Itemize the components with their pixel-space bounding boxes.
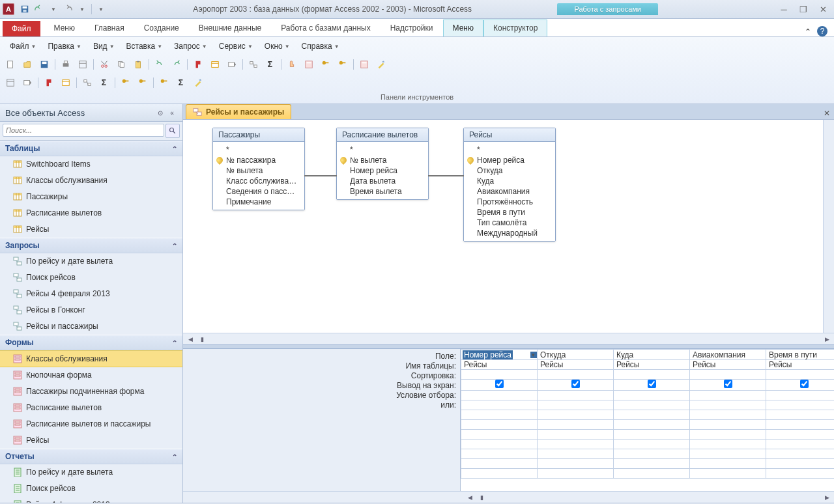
nav-item[interactable]: Рейсы в Гонконг [0,302,182,318]
ribbon-tab[interactable]: Создание [134,20,189,36]
ribbon-tab[interactable]: Работа с базами данных [271,20,380,36]
grid-cell[interactable] [614,469,690,479]
grid-columns[interactable]: Номер рейса▾ОткудаКудаАвиакомпанияВремя … [461,349,834,491]
entity-field[interactable]: Сведения о пассажире [213,186,304,197]
grid-cell[interactable] [538,430,614,440]
nav-item[interactable]: Поиск рейсов [0,481,182,497]
grid-cell[interactable] [538,370,614,380]
redo-icon[interactable] [61,3,74,16]
relationship-line[interactable] [304,175,337,176]
grid-cell[interactable] [766,430,835,440]
relationship-line[interactable] [428,175,464,176]
entity-header[interactable]: Расписание вылетов [337,128,428,142]
grid-scroll-bar-icon[interactable]: ▮ [477,493,486,502]
grid-cell[interactable] [461,400,538,410]
entity-field[interactable]: № вылета [213,165,304,176]
sigma-icon[interactable]: Σ [96,75,112,91]
nav-item[interactable]: По рейсу и дате вылета [0,253,182,270]
grid-cell[interactable]: Рейсы [461,360,538,370]
grid-cell[interactable] [766,410,835,420]
entity-field[interactable]: № пассажира [213,155,304,165]
redo-icon[interactable] [169,57,184,72]
grid-cell[interactable] [690,380,766,391]
canvas-vscrollbar[interactable] [823,120,834,333]
key-icon[interactable] [335,57,351,72]
redo-dropdown-icon[interactable]: ▼ [76,3,89,16]
grid-cell[interactable] [766,370,835,380]
grid-scroll-right-icon[interactable]: ▶ [822,493,831,502]
nav-item[interactable]: Рейсы [0,221,182,238]
minimize-button[interactable]: ─ [775,4,792,14]
nav-item[interactable]: Рейсы 4 февраля 2013 [0,497,182,503]
sigma-icon[interactable]: Σ [263,57,278,72]
grid-cell[interactable] [690,440,766,449]
grid-cell[interactable] [461,469,538,479]
nav-group-header[interactable]: Таблицы⌃ [0,141,182,156]
grid-cell[interactable] [766,440,835,449]
grid-cell[interactable] [461,370,538,380]
nav-item[interactable]: Классы обслуживания [0,173,182,189]
grid-cell[interactable] [690,430,766,440]
grid-cell[interactable] [461,380,538,391]
nav-item[interactable]: Рейсы 4 февраля 2013 [0,286,182,302]
form-icon[interactable] [356,57,372,72]
grid-cell[interactable]: Куда [614,350,690,360]
ribbon-tab[interactable]: Внешние данные [189,20,272,36]
hand-icon[interactable] [284,57,300,72]
grid-cell[interactable] [614,420,690,430]
grid-cell[interactable] [766,400,835,410]
grid-cell[interactable] [614,459,690,469]
grid-cell[interactable]: Рейсы [614,360,690,370]
grid-hscrollbar[interactable]: ◀ ▮ ▶ [183,491,834,503]
qat-customize-icon[interactable]: ▼ [94,3,108,16]
doc-tab-active[interactable]: Рейсы и пассажиры [186,104,291,119]
grid-cell[interactable]: Авиакомпания [690,350,766,360]
restore-button[interactable]: ❐ [795,4,812,14]
scroll-left-icon[interactable]: ◀ [186,335,195,344]
grid-cell[interactable] [614,430,690,440]
nav-item[interactable]: Рейсы и пассажиры [0,318,182,335]
entity-field[interactable]: Дата вылета [337,176,428,186]
entity-field[interactable]: Откуда [464,165,555,176]
grid-cell[interactable] [766,380,835,391]
grid-cell[interactable] [690,469,766,479]
menu-item[interactable]: Справка ▼ [296,39,345,53]
entity-table[interactable]: Рейсы*Номер рейсаОткудаКудаАвиакомпанияП… [463,128,556,242]
entity-table[interactable]: Пассажиры*№ пассажира№ вылетаКласс обслу… [212,128,305,210]
rel-icon[interactable] [246,57,261,72]
tab-file[interactable]: Файл [3,21,40,36]
undo-icon[interactable] [33,3,46,16]
close-button[interactable]: ✕ [814,4,831,14]
entity-field[interactable]: Класс обслуживания [213,176,304,186]
grid-cell[interactable] [690,459,766,469]
nav-collapse-icon[interactable]: « [167,107,177,118]
key-icon[interactable] [118,75,134,91]
nav-item[interactable]: Классы обслуживания [0,350,182,367]
entity-field[interactable]: № вылета [337,155,428,165]
form-icon[interactable] [301,57,317,72]
menu-item[interactable]: Вставка ▼ [121,39,169,53]
menu-item[interactable]: Вид ▼ [87,39,121,53]
minimize-ribbon-icon[interactable]: ⌄ [803,26,813,36]
entity-field[interactable]: * [464,145,555,155]
scroll-right-icon[interactable]: ▶ [822,335,831,344]
nav-item[interactable]: Расписание вылетов [0,205,182,221]
wand-icon[interactable] [373,57,389,72]
query-design-canvas[interactable]: Пассажиры*№ пассажира№ вылетаКласс обслу… [183,120,823,333]
grid-cell[interactable] [461,391,538,400]
entity-header[interactable]: Рейсы [464,128,555,142]
nav-header[interactable]: Все объекты Access ⊙ « [0,104,182,122]
nav-item[interactable]: Кнопочная форма [0,367,182,384]
entity-field[interactable]: Время в пути [464,207,555,217]
combo-icon[interactable] [224,57,240,72]
entity-field[interactable]: Номер рейса [464,155,555,165]
grid-cell[interactable]: Откуда [538,350,614,360]
wand-icon[interactable] [190,75,206,91]
grid-cell[interactable] [614,370,690,380]
grid-cell[interactable] [461,449,538,459]
rel-icon[interactable] [79,75,95,91]
nav-dropdown-icon[interactable]: ⊙ [155,107,165,118]
grid-cell[interactable] [766,469,835,479]
entity-field[interactable]: Протяжённость [464,197,555,207]
design-grid-splitter[interactable] [183,344,834,349]
